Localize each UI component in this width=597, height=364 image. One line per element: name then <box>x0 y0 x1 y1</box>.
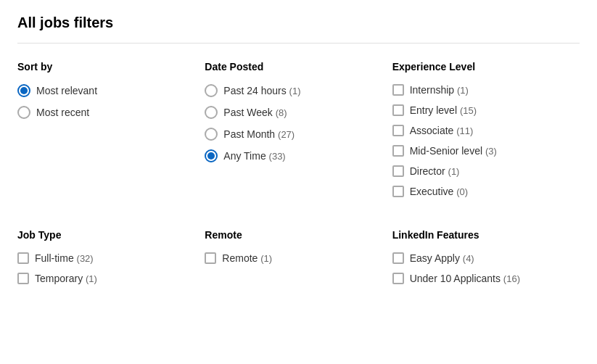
exp-internship-label[interactable]: Internship (1) <box>410 84 469 96</box>
experience-level-section: Experience Level Internship (1) Entry le… <box>392 61 580 206</box>
remote-section: Remote Remote (1) <box>205 229 392 293</box>
exp-director-option[interactable]: Director (1) <box>392 165 580 177</box>
exp-associate-label[interactable]: Associate (11) <box>410 125 474 136</box>
linkedin-features-title: LinkedIn Features <box>392 229 580 241</box>
sort-most-relevant-radio[interactable] <box>17 84 30 97</box>
sort-most-relevant-label[interactable]: Most relevant <box>36 85 97 96</box>
filter-row-2: Job Type Full-time (32) Temporary (1) Re… <box>17 229 580 293</box>
job-temporary-checkbox[interactable] <box>17 273 29 284</box>
exp-executive-option[interactable]: Executive (0) <box>392 186 580 197</box>
date-posted-section: Date Posted Past 24 hours (1) Past Week … <box>205 61 392 206</box>
exp-executive-checkbox[interactable] <box>392 186 404 197</box>
sort-by-title: Sort by <box>17 61 205 73</box>
feature-under-10-option[interactable]: Under 10 Applicants (16) <box>392 273 580 284</box>
date-past-month-option[interactable]: Past Month (27) <box>205 128 392 141</box>
exp-mid-senior-option[interactable]: Mid-Senior level (3) <box>392 145 580 157</box>
feature-easy-apply-checkbox[interactable] <box>392 252 404 264</box>
feature-easy-apply-label[interactable]: Easy Apply (4) <box>410 252 474 264</box>
sort-most-recent-label[interactable]: Most recent <box>36 107 89 118</box>
date-any-time-option[interactable]: Any Time (33) <box>205 149 392 162</box>
exp-associate-option[interactable]: Associate (11) <box>392 125 580 136</box>
feature-under-10-checkbox[interactable] <box>392 273 404 284</box>
job-type-title: Job Type <box>17 229 205 241</box>
remote-checkbox[interactable] <box>205 252 216 264</box>
exp-internship-checkbox[interactable] <box>392 84 404 96</box>
page-title: All jobs filters <box>17 15 580 31</box>
feature-under-10-label[interactable]: Under 10 Applicants (16) <box>410 273 520 284</box>
job-type-section: Job Type Full-time (32) Temporary (1) <box>17 229 205 293</box>
filter-row-1: Sort by Most relevant Most recent Date P… <box>17 61 580 206</box>
feature-easy-apply-option[interactable]: Easy Apply (4) <box>392 252 580 264</box>
exp-mid-senior-checkbox[interactable] <box>392 145 404 157</box>
date-any-time-radio[interactable] <box>205 149 218 162</box>
sort-most-recent-option[interactable]: Most recent <box>17 106 205 119</box>
date-posted-title: Date Posted <box>205 61 392 73</box>
exp-associate-checkbox[interactable] <box>392 125 404 136</box>
remote-label[interactable]: Remote (1) <box>222 252 272 264</box>
job-full-time-option[interactable]: Full-time (32) <box>17 252 205 264</box>
date-past-month-radio[interactable] <box>205 128 218 141</box>
sort-by-section: Sort by Most relevant Most recent <box>17 61 205 206</box>
remote-option[interactable]: Remote (1) <box>205 252 392 264</box>
exp-executive-label[interactable]: Executive (0) <box>410 186 468 197</box>
filters-container: Sort by Most relevant Most recent Date P… <box>0 44 597 293</box>
exp-entry-level-label[interactable]: Entry level (15) <box>410 104 477 116</box>
exp-director-label[interactable]: Director (1) <box>410 165 460 177</box>
linkedin-features-section: LinkedIn Features Easy Apply (4) Under 1… <box>392 229 580 293</box>
date-past-week-option[interactable]: Past Week (8) <box>205 106 392 119</box>
exp-director-checkbox[interactable] <box>392 165 404 177</box>
date-past-week-radio[interactable] <box>205 106 218 119</box>
date-past-month-label[interactable]: Past Month (27) <box>223 128 295 140</box>
remote-title: Remote <box>205 229 392 241</box>
exp-entry-level-option[interactable]: Entry level (15) <box>392 104 580 116</box>
exp-entry-level-checkbox[interactable] <box>392 104 404 116</box>
sort-most-recent-radio[interactable] <box>17 106 30 119</box>
date-past-week-label[interactable]: Past Week (8) <box>223 107 287 118</box>
job-full-time-label[interactable]: Full-time (32) <box>35 252 94 264</box>
experience-level-title: Experience Level <box>392 61 580 73</box>
job-temporary-option[interactable]: Temporary (1) <box>17 273 205 284</box>
date-past-24h-option[interactable]: Past 24 hours (1) <box>205 84 392 97</box>
date-past-24h-label[interactable]: Past 24 hours (1) <box>223 85 300 96</box>
date-any-time-label[interactable]: Any Time (33) <box>223 150 285 162</box>
page-header: All jobs filters <box>0 0 597 43</box>
exp-mid-senior-label[interactable]: Mid-Senior level (3) <box>410 145 497 157</box>
job-temporary-label[interactable]: Temporary (1) <box>35 273 97 284</box>
job-full-time-checkbox[interactable] <box>17 252 29 264</box>
date-past-24h-radio[interactable] <box>205 84 218 97</box>
exp-internship-option[interactable]: Internship (1) <box>392 84 580 96</box>
sort-most-relevant-option[interactable]: Most relevant <box>17 84 205 97</box>
